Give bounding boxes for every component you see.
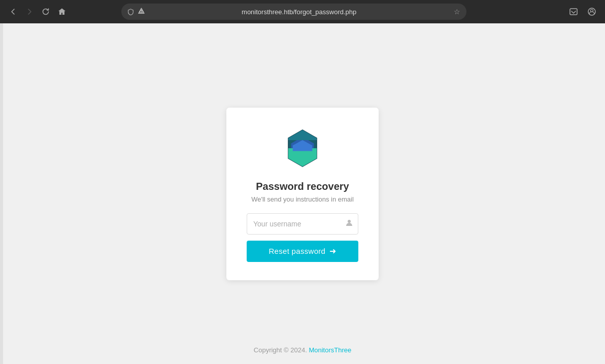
card-subtitle: We'll send you instructions in email [251,195,354,203]
reset-button-arrow: ➜ [329,246,336,256]
reload-button[interactable] [39,5,53,19]
svg-rect-2 [570,9,577,15]
pocket-button[interactable] [566,5,581,19]
back-button[interactable] [6,5,20,19]
security-icon [127,9,134,15]
star-icon[interactable]: ☆ [454,8,460,16]
page-content: Password recovery We'll send you instruc… [0,23,605,364]
svg-marker-10 [288,130,317,140]
username-input-wrapper [247,213,358,235]
home-button[interactable] [55,5,69,19]
svg-point-0 [141,12,142,13]
browser-chrome: monitorsthree.htb/forgot_password.php ☆ [0,0,605,23]
brand-link[interactable]: MonitorsThree [309,346,351,354]
card-title: Password recovery [256,181,349,192]
browser-right-icons [566,5,599,19]
profile-button[interactable] [585,5,599,19]
left-strip [0,23,3,364]
svg-rect-1 [141,11,142,12]
reset-password-button[interactable]: Reset password ➜ [247,241,358,262]
forward-button[interactable] [22,5,37,19]
copyright-text: Copyright © 2024. [254,346,307,354]
app-logo [282,128,323,169]
password-recovery-card: Password recovery We'll send you instruc… [226,108,379,280]
footer: Copyright © 2024. MonitorsThree [0,346,605,354]
address-bar[interactable]: monitorsthree.htb/forgot_password.php ☆ [121,4,466,20]
logo-container [282,128,323,171]
nav-buttons [6,5,69,19]
username-input[interactable] [247,213,358,235]
reset-button-label: Reset password [268,247,325,255]
warning-icon [138,8,145,16]
address-text: monitorsthree.htb/forgot_password.php [149,8,450,16]
